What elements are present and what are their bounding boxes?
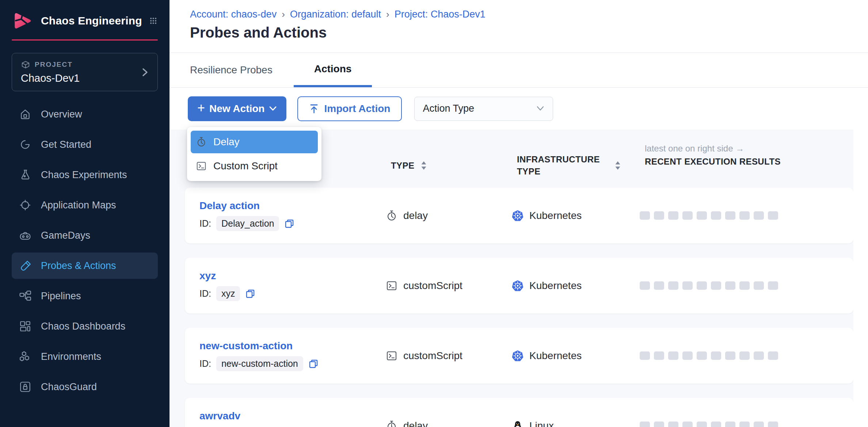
execution-result-placeholder (654, 281, 664, 290)
recent-execution-results (640, 422, 853, 427)
id-label: ID: (199, 358, 211, 369)
breadcrumb-link-project-chaos-dev1[interactable]: Project: Chaos-Dev1 (395, 9, 486, 20)
execution-result-placeholder (739, 422, 750, 427)
execution-result-placeholder (668, 351, 678, 360)
home-icon (19, 108, 31, 120)
crosshair-icon (19, 199, 31, 211)
execution-result-placeholder (654, 422, 664, 427)
action-id-chip: new-custom-action (216, 356, 303, 371)
import-icon (309, 104, 319, 114)
project-label: PROJECT (35, 61, 73, 69)
import-action-button[interactable]: Import Action (297, 96, 402, 121)
toolbar: + New Action Import Action Action Type (170, 88, 868, 130)
table-row: xyzID:xyzcustomScriptKubernetes (185, 258, 853, 313)
new-action-button[interactable]: + New Action (188, 96, 286, 121)
copy-icon[interactable] (284, 219, 294, 229)
sort-icon[interactable] (421, 161, 427, 170)
sidebar-item-get-started[interactable]: Get Started (12, 131, 158, 158)
infrastructure-text: Kubernetes (529, 210, 582, 222)
action-name-link[interactable]: xyz (199, 270, 216, 282)
execution-result-placeholder (768, 211, 778, 220)
sidebar-item-chaosguard[interactable]: ChaosGuard (12, 374, 158, 400)
action-type-cell: customScript (386, 350, 512, 362)
action-type-text: customScript (403, 350, 462, 362)
page-header: Account: chaos-dev›Organization: default… (170, 0, 868, 53)
app-root: Chaos Engineering PROJECT (0, 0, 868, 427)
breadcrumb-separator: › (381, 9, 395, 20)
sidebar-item-chaos-experiments[interactable]: Chaos Experiments (12, 162, 158, 188)
module-grid-icon[interactable] (149, 12, 157, 29)
execution-result-placeholder (697, 281, 707, 290)
plus-icon: + (197, 101, 205, 115)
execution-result-placeholder (754, 351, 764, 360)
sidebar-item-label: Pipelines (41, 291, 81, 302)
get-started-icon (19, 138, 31, 151)
sidebar-item-probes-actions[interactable]: Probes & Actions (12, 253, 158, 279)
execution-result-placeholder (640, 422, 650, 427)
results-note: latest one on right side → (645, 143, 853, 154)
sidebar-item-chaos-dashboards[interactable]: Chaos Dashboards (12, 313, 158, 339)
sidebar-header: Chaos Engineering (0, 0, 170, 31)
execution-result-placeholder (668, 211, 678, 220)
infrastructure-cell: Kubernetes (512, 210, 640, 222)
sidebar-item-pipelines[interactable]: Pipelines (12, 283, 158, 309)
tab-actions[interactable]: Actions (294, 53, 372, 87)
header-infrastructure-type: INFRASTRUCTURE TYPE (517, 143, 645, 188)
action-id-chip: Delay_action (216, 216, 279, 231)
execution-result-placeholder (711, 281, 721, 290)
copy-icon[interactable] (308, 359, 319, 369)
sidebar-item-label: Get Started (41, 139, 91, 150)
execution-result-placeholder (754, 422, 764, 427)
execution-result-placeholder (725, 211, 735, 220)
sidebar-item-label: Chaos Experiments (41, 169, 127, 181)
action-name-link[interactable]: awrvadv (199, 410, 240, 422)
sort-icon[interactable] (615, 161, 621, 170)
sidebar-item-label: ChaosGuard (41, 381, 97, 393)
table-body: Delay actionID:Delay_actiondelayKubernet… (170, 188, 853, 427)
dropdown-item-delay[interactable]: Delay (191, 131, 318, 153)
sidebar-item-application-maps[interactable]: Application Maps (12, 192, 158, 218)
action-type-filter[interactable]: Action Type (414, 97, 553, 121)
infrastructure-text: Linux (529, 420, 554, 427)
terminal-icon (386, 280, 397, 292)
project-name: Chaos-Dev1 (21, 72, 149, 84)
id-label: ID: (199, 288, 211, 299)
infrastructure-text: Kubernetes (529, 280, 582, 292)
dropdown-item-label: Custom Script (213, 160, 278, 172)
action-name-link[interactable]: Delay action (199, 200, 260, 212)
action-name-link[interactable]: new-custom-action (199, 340, 293, 352)
chaosguard-icon (19, 381, 31, 393)
infrastructure-cell: Kubernetes (512, 280, 640, 292)
execution-result-placeholder (654, 351, 664, 360)
gamepad-icon (19, 229, 31, 242)
action-type-text: delay (403, 420, 428, 427)
sidebar-item-gamedays[interactable]: GameDays (12, 222, 158, 249)
sidebar-item-label: Environments (41, 351, 101, 362)
project-selector[interactable]: PROJECT Chaos-Dev1 (12, 53, 158, 91)
action-type-text: delay (403, 210, 428, 222)
header-type: TYPE (391, 143, 517, 188)
page-title: Probes and Actions (190, 24, 868, 41)
sidebar-item-environments[interactable]: Environments (12, 343, 158, 370)
execution-result-placeholder (711, 211, 721, 220)
breadcrumb-link-account-chaos-dev[interactable]: Account: chaos-dev (190, 9, 277, 20)
copy-icon[interactable] (245, 289, 255, 299)
sidebar-item-label: GameDays (41, 230, 90, 241)
action-type-cell: customScript (386, 280, 512, 292)
pipeline-icon (19, 290, 31, 302)
sidebar-item-label: Chaos Dashboards (41, 321, 125, 332)
breadcrumb-link-organization-default[interactable]: Organization: default (290, 9, 381, 20)
dashboard-icon (19, 320, 31, 332)
table-row: new-custom-actionID:new-custom-actioncus… (185, 328, 853, 384)
action-type-cell: delay (386, 420, 512, 427)
accent-divider (12, 39, 158, 41)
dropdown-item-custom-script[interactable]: Custom Script (191, 155, 318, 177)
tab-resilience-probes[interactable]: Resilience Probes (190, 53, 287, 87)
recent-execution-results (640, 211, 853, 220)
action-type-cell: delay (386, 210, 512, 222)
recent-execution-results (640, 351, 853, 360)
execution-result-placeholder (682, 351, 693, 360)
kubernetes-icon (512, 210, 524, 222)
terminal-icon (196, 161, 207, 172)
sidebar-item-overview[interactable]: Overview (12, 101, 158, 127)
